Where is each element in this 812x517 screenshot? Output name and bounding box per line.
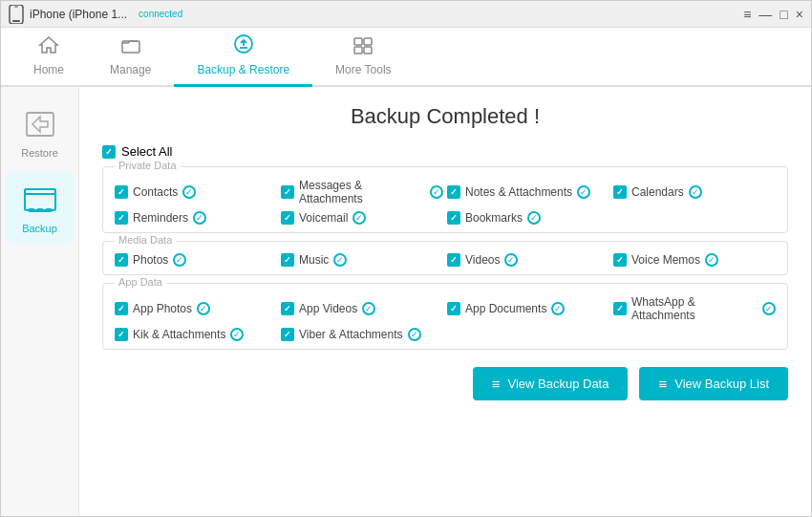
tab-backup-label: Backup & Restore	[197, 63, 289, 76]
label-videos: Videos	[465, 253, 500, 267]
cb-videos[interactable]	[447, 253, 460, 267]
cb-app-photos[interactable]	[115, 302, 128, 315]
item-videos: Videos ✓	[447, 253, 609, 267]
label-app-documents: App Documents	[465, 302, 546, 315]
window-controls: ≡ — □ ×	[743, 7, 803, 22]
item-voicemail: Voicemail ✓	[281, 211, 443, 225]
tab-more[interactable]: More Tools	[312, 28, 414, 87]
cb-whatsapp[interactable]	[613, 302, 627, 315]
label-app-videos: App Videos	[299, 302, 357, 315]
page-title: Backup Completed !	[102, 104, 788, 129]
tab-manage[interactable]: Manage	[87, 28, 174, 87]
manage-icon	[120, 35, 141, 59]
item-viber: Viber & Attachments ✓	[281, 328, 443, 341]
app-data-grid: App Photos ✓ App Videos ✓ App Documents …	[115, 291, 776, 341]
app-data-label: App Data	[115, 276, 166, 288]
home-icon	[38, 35, 59, 59]
label-kik: Kik & Attachments	[133, 328, 225, 341]
sidebar-restore-label: Restore	[21, 147, 58, 159]
cb-app-documents[interactable]	[447, 302, 460, 315]
iphone-icon	[9, 5, 24, 24]
check-voice-memos: ✓	[705, 253, 718, 267]
item-whatsapp: WhatsApp & Attachments ✓	[613, 295, 776, 322]
check-messages: ✓	[430, 185, 443, 199]
media-data-grid: Photos ✓ Music ✓ Videos ✓	[115, 249, 776, 267]
cb-contacts[interactable]	[115, 185, 128, 199]
cb-reminders[interactable]	[115, 211, 128, 225]
menu-icon[interactable]: ≡	[743, 7, 751, 22]
close-icon[interactable]: ×	[796, 7, 803, 22]
maximize-icon[interactable]: □	[780, 7, 787, 22]
item-voice-memos: Voice Memos ✓	[613, 253, 776, 267]
media-data-label: Media Data	[115, 234, 176, 246]
tab-home-label: Home	[33, 63, 64, 76]
cb-notes[interactable]	[447, 185, 460, 199]
item-bookmarks: Bookmarks ✓	[447, 211, 609, 225]
svg-rect-6	[354, 38, 362, 45]
sidebar-backup-label: Backup	[22, 223, 57, 234]
main-area: Restore Backup Backup Completed	[1, 87, 811, 516]
private-data-grid: Contacts ✓ Messages & Attachments ✓ Note…	[115, 175, 776, 225]
label-app-photos: App Photos	[133, 302, 192, 315]
check-app-videos: ✓	[362, 302, 375, 315]
item-app-documents: App Documents ✓	[447, 295, 609, 322]
item-app-photos: App Photos ✓	[115, 295, 277, 322]
label-reminders: Reminders	[133, 211, 188, 225]
label-photos: Photos	[133, 253, 168, 267]
cb-kik[interactable]	[115, 328, 128, 341]
svg-rect-7	[364, 38, 372, 45]
tab-manage-label: Manage	[110, 63, 151, 76]
cb-app-videos[interactable]	[281, 302, 294, 315]
view-backup-list-button[interactable]: ≡ View Backup List	[639, 367, 788, 400]
check-photos: ✓	[173, 253, 186, 267]
cb-voicemail[interactable]	[281, 211, 294, 225]
tab-home[interactable]: Home	[11, 28, 87, 87]
label-notes: Notes & Attachments	[465, 185, 572, 199]
label-voicemail: Voicemail	[299, 211, 348, 225]
app-window: iPhone (iPhone 1... connected ≡ — □ × Ho…	[0, 0, 812, 517]
item-kik: Kik & Attachments ✓	[115, 328, 277, 341]
check-kik: ✓	[230, 328, 244, 341]
view-backup-data-button[interactable]: ≡ View Backup Data	[473, 367, 629, 400]
sidebar-item-restore[interactable]: Restore	[6, 97, 75, 168]
cb-viber[interactable]	[281, 328, 294, 341]
backup-icon	[232, 33, 255, 59]
item-messages: Messages & Attachments ✓	[281, 179, 443, 205]
label-messages: Messages & Attachments	[299, 179, 425, 205]
restore-icon	[22, 106, 58, 142]
svg-rect-9	[364, 47, 372, 54]
label-viber: Viber & Attachments	[299, 328, 403, 341]
check-reminders: ✓	[193, 211, 206, 225]
cb-bookmarks[interactable]	[447, 211, 460, 225]
private-data-label: Private Data	[115, 160, 181, 171]
label-bookmarks: Bookmarks	[465, 211, 523, 225]
view-backup-list-label: View Backup List	[674, 377, 769, 391]
more-icon	[353, 35, 374, 59]
check-contacts: ✓	[182, 185, 196, 199]
check-app-documents: ✓	[551, 302, 565, 315]
item-notes: Notes & Attachments ✓	[447, 179, 609, 205]
check-voicemail: ✓	[353, 211, 366, 225]
item-contacts: Contacts ✓	[115, 179, 277, 205]
media-data-section: Media Data Photos ✓ Music ✓ Videos	[102, 241, 788, 275]
label-contacts: Contacts	[133, 185, 178, 199]
cb-messages[interactable]	[281, 185, 294, 199]
check-calendars: ✓	[689, 185, 702, 199]
minimize-icon[interactable]: —	[759, 7, 772, 22]
label-music: Music	[299, 253, 329, 267]
check-videos: ✓	[504, 253, 518, 267]
cb-voice-memos[interactable]	[613, 253, 627, 267]
backup-side-icon	[22, 182, 58, 218]
tab-backup[interactable]: Backup & Restore	[174, 26, 312, 87]
content-panel: Backup Completed ! Select All Private Da…	[79, 87, 811, 516]
view-backup-list-icon: ≡	[658, 376, 667, 392]
cb-photos[interactable]	[115, 253, 128, 267]
cb-music[interactable]	[281, 253, 294, 267]
svg-rect-12	[25, 189, 55, 194]
select-all-checkbox[interactable]	[102, 145, 116, 159]
cb-calendars[interactable]	[613, 185, 627, 199]
label-calendars: Calendars	[631, 185, 684, 199]
tab-more-label: More Tools	[335, 63, 391, 76]
sidebar-item-backup[interactable]: Backup	[6, 172, 75, 244]
label-voice-memos: Voice Memos	[631, 253, 700, 267]
